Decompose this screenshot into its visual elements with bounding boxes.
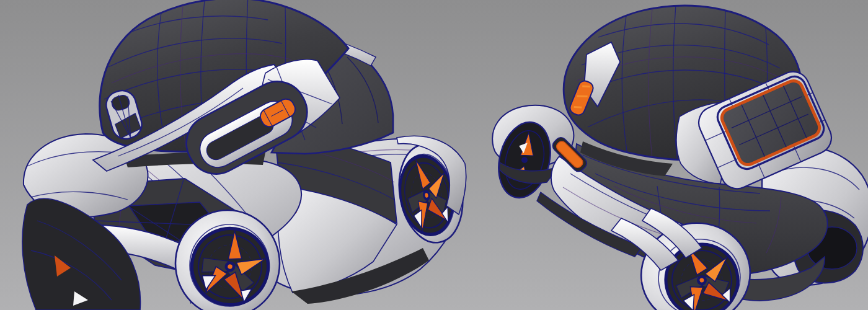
viewport-canvas[interactable] [0, 0, 868, 310]
front-wheel [175, 210, 280, 310]
3d-viewport[interactable] [0, 0, 868, 310]
